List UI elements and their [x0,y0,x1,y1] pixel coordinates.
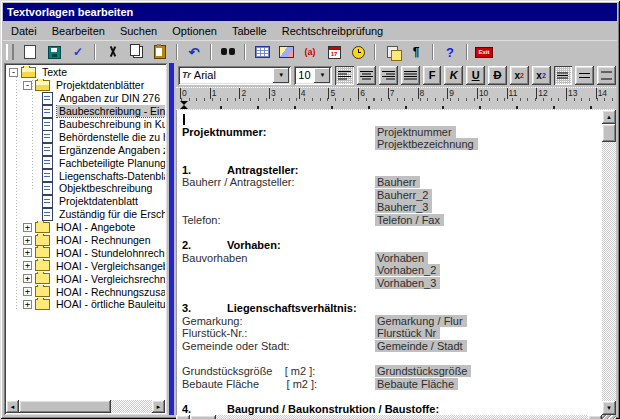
merge-field: Bebaute Fläche [375,378,458,390]
align-justify-button[interactable] [401,66,420,85]
scroll-left-icon[interactable]: ◄ [176,415,190,419]
insert-field-button[interactable]: (a) [300,44,320,61]
line-spacing-15-button[interactable] [575,66,594,85]
scroll-right-icon[interactable]: ► [588,415,602,419]
menu-optionen[interactable]: Optionen [172,25,217,37]
font-size-select[interactable]: 10 ▼ [294,66,332,85]
page-break-button[interactable] [382,44,402,61]
resize-grip[interactable] [602,415,616,419]
tree-item[interactable]: -Projektdatenblätter [6,79,165,92]
menu-suchen[interactable]: Suchen [120,25,157,37]
scroll-up-icon[interactable]: ▲ [602,110,616,124]
collapse-icon[interactable]: - [9,68,18,77]
new-document-button[interactable] [20,44,40,61]
document-icon [42,182,53,195]
expand-icon[interactable]: + [23,300,32,309]
line-spacing-double-button[interactable] [597,66,616,85]
italic-button[interactable]: K [444,66,463,85]
tree-item[interactable]: +HOAI - Vergleichsrechnung [6,272,165,285]
editor-vertical-scrollbar[interactable]: ▲ ▼ [602,110,616,415]
menu-bar: Datei Bearbeiten Suchen Optionen Tabelle… [3,21,617,40]
tree-item[interactable]: Ergänzende Angaben zur [6,143,165,156]
expand-icon[interactable]: + [23,236,32,245]
insert-time-button[interactable] [348,44,368,61]
toolbar-grip[interactable] [6,44,14,60]
exit-button[interactable]: Exit [474,44,494,61]
tree-item[interactable]: Objektbeschreibung [6,182,165,195]
tree-item[interactable]: Zuständig für die Erschließ [6,208,165,221]
expand-icon[interactable]: + [23,287,32,296]
hanging-indent-marker[interactable] [180,105,188,109]
underline-button[interactable]: U [466,66,485,85]
subscript-button[interactable]: x2 [532,66,551,85]
insert-table-button[interactable] [252,44,272,61]
align-center-button[interactable] [357,66,376,85]
document-line [182,390,602,403]
line-spacing-single-button[interactable] [554,66,573,85]
table-icon [255,46,270,58]
find-button[interactable] [218,44,238,61]
font-size-value: 10 [298,69,312,81]
align-right-button[interactable] [379,66,398,85]
insert-image-button[interactable] [276,44,296,61]
undo-button[interactable]: ↶ [184,44,204,61]
scrollbar-thumb[interactable] [602,124,616,142]
document-icon [42,195,53,208]
tree-item[interactable]: Liegenschafts-Datenblatt [6,169,165,182]
document-content[interactable]: Projektnummer:Projektnummer Projektbezei… [176,110,602,415]
paste-button[interactable] [150,44,170,61]
panel-splitter[interactable] [169,63,174,415]
menu-tabelle[interactable]: Tabelle [232,25,267,37]
scroll-right-icon[interactable]: ► [152,400,165,413]
folder-icon [35,273,50,284]
tree-item[interactable]: Angaben zur DIN 276 [6,92,165,105]
expand-icon[interactable]: + [23,274,32,283]
help-button[interactable]: ? [440,44,460,61]
show-pilcrow-button[interactable]: ¶ [406,44,426,61]
title-bar[interactable]: Textvorlagen bearbeiten [3,3,617,21]
tree-item-selected[interactable]: Baubeschreibung - Eingab [6,105,165,118]
menu-datei[interactable]: Datei [11,25,37,37]
scrollbar-thumb[interactable] [190,415,216,419]
cut-button[interactable] [102,44,122,61]
save-button[interactable] [44,44,64,61]
tree-item[interactable]: +HOAI - örtliche Bauleitung [6,298,165,311]
font-family-select[interactable]: Tr Arial ▼ [178,66,291,85]
collapse-icon[interactable]: - [23,81,32,90]
chevron-down-icon[interactable]: ▼ [273,68,289,83]
expand-icon[interactable]: + [23,261,32,270]
bold-button[interactable]: F [423,66,442,85]
scrollbar-track[interactable] [602,142,616,401]
tree-item[interactable]: +HOAI - Rechnungszusammen [6,285,165,298]
strikethrough-button[interactable]: Đ [488,66,507,85]
tree-item[interactable]: +HOAI - Rechnungen [6,234,165,247]
scroll-left-icon[interactable]: ◄ [6,400,19,413]
spell-check-button[interactable]: ✓ [68,44,88,61]
insert-date-button[interactable]: 17 [324,44,344,61]
expand-icon[interactable]: + [23,223,32,232]
toolbar-separator [210,44,212,60]
align-left-button[interactable] [335,66,354,85]
tree-item[interactable]: Baubeschreibung in Kurzf [6,118,165,131]
tree-item[interactable]: Behördenstelle die zu hör [6,130,165,143]
merge-field: Grundstücksgröße [375,365,471,377]
superscript-button[interactable]: x2 [510,66,529,85]
scrollbar-track[interactable] [111,400,152,413]
copy-button[interactable] [126,44,146,61]
scroll-down-icon[interactable]: ▼ [602,401,616,415]
document-line [182,289,602,302]
expand-icon[interactable]: + [23,248,32,257]
chevron-down-icon[interactable]: ▼ [314,68,330,83]
editor-horizontal-scrollbar[interactable]: ◄ ► [176,415,602,419]
tree-horizontal-scrollbar[interactable]: ◄ ► [6,400,165,413]
menu-rechtschreibpruefung[interactable]: Rechtschreibprüfung [282,25,384,37]
tree-item[interactable]: Projektdatenblatt [6,195,165,208]
tree-item[interactable]: +HOAI - Angebote [6,221,165,234]
tree-item[interactable]: +HOAI - Stundelohnrechnunge [6,246,165,259]
tree-item[interactable]: +HOAI - Vergleichsangebot [6,259,165,272]
menu-bearbeiten[interactable]: Bearbeiten [52,25,105,37]
tree-item[interactable]: Fachbeteiligte Planungsbi [6,156,165,169]
scrollbar-track[interactable] [216,415,588,419]
tree-item[interactable]: -Texte [6,66,165,79]
scrollbar-thumb[interactable] [19,400,111,413]
